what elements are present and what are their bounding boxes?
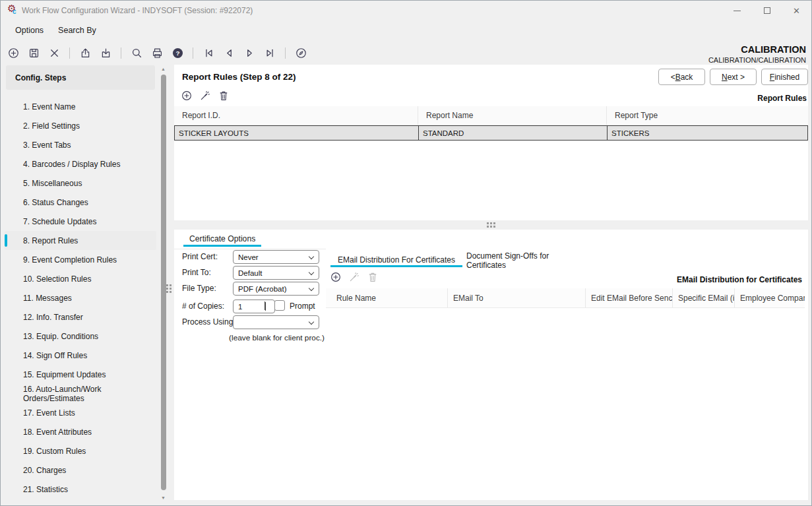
chevron-down-icon (309, 270, 314, 275)
page-title: Report Rules (Step 8 of 22) (182, 72, 296, 82)
print-to-label: Print To: (182, 268, 211, 277)
column-header-email-to: EMail To (447, 288, 585, 307)
toolbar-separator (121, 47, 121, 59)
process-using-note: (leave blank for client proc.) (174, 333, 325, 342)
search-icon[interactable] (130, 46, 143, 59)
copies-label: # of Copies: (182, 301, 224, 311)
finished-button[interactable]: Finished (761, 69, 808, 85)
window-title: Work Flow Configuration Wizard - INDYSOF… (22, 1, 253, 20)
sidebar-item-equip-conditions[interactable]: 13. Equip. Conditions (5, 327, 156, 346)
email-toolbar (329, 270, 379, 283)
next-button[interactable]: Next > (710, 69, 757, 85)
cell-report-name: STANDARD (418, 126, 607, 140)
app-window: ⚙ c Work Flow Configuration Wizard - IND… (0, 0, 812, 506)
sidebar-item-selection-rules[interactable]: 10. Selection Rules (5, 269, 156, 288)
sidebar-item-charges[interactable]: 20. Charges (5, 460, 156, 480)
chevron-down-icon (309, 286, 314, 291)
print-icon[interactable] (150, 46, 164, 59)
main-toolbar (1, 42, 307, 64)
splitter-grip (487, 222, 495, 228)
app-logo-icon: ⚙ c (7, 5, 19, 16)
column-header-employee-company: Employee Compan (734, 288, 805, 307)
column-header-specific-email: Specific EMail (if (672, 288, 734, 307)
add-icon[interactable] (7, 46, 20, 59)
column-header-edit-email: Edit EMail Before Senc (585, 288, 672, 307)
sidebar-item-field-settings[interactable]: 2. Field Settings (5, 116, 156, 135)
nav-last-icon[interactable] (263, 46, 276, 59)
chevron-down-icon (309, 254, 314, 259)
sidebar-item-status-changes[interactable]: 6. Status Changes (5, 193, 156, 212)
scroll-up-icon[interactable]: ▲ (159, 65, 168, 73)
vertical-splitter-grip[interactable] (166, 284, 172, 293)
sidebar-item-sign-off-rules[interactable]: 14. Sign Off Rules (5, 346, 156, 365)
sidebar-item-barcodes-display-rules[interactable]: 4. Barcodes / Display Rules (5, 154, 156, 174)
wizard-buttons: < Back Next > Finished (658, 69, 808, 85)
sidebar-item-miscellaneous[interactable]: 5. Miscellaneous (5, 174, 156, 193)
chevron-down-icon (309, 319, 314, 325)
horizontal-splitter[interactable] (174, 220, 808, 230)
add-icon[interactable] (180, 89, 193, 102)
report-rules-table-header: Report I.D. Report Name Report Type (174, 106, 808, 125)
menu-bar: Options Search By (1, 20, 811, 40)
edit-wand-icon[interactable] (199, 89, 211, 102)
menu-options[interactable]: Options (15, 26, 44, 35)
export-icon[interactable] (78, 46, 92, 59)
cell-report-type: STICKERS (607, 126, 807, 140)
email-panel-label: EMail Distribution for Certificates (677, 275, 802, 284)
copies-stepper[interactable]: 1 (233, 300, 275, 313)
scrollbar-thumb[interactable] (161, 75, 166, 490)
close-button[interactable]: ✕ (782, 1, 811, 20)
toolbar-separator (193, 47, 193, 59)
menu-search-by[interactable]: Search By (58, 26, 96, 35)
sidebar-item-auto-launch[interactable]: 16. Auto-Launch/Work Orders/Estimates (5, 384, 156, 403)
process-using-select[interactable] (233, 315, 319, 329)
nav-first-icon[interactable] (202, 46, 215, 59)
process-using-label: Process Using: (182, 317, 235, 327)
nav-previous-icon[interactable] (222, 46, 235, 59)
maximize-button[interactable] (752, 1, 782, 20)
save-icon[interactable] (27, 46, 40, 59)
sidebar-header: Config. Steps (6, 65, 155, 90)
nav-next-icon[interactable] (243, 46, 256, 59)
trash-icon[interactable] (217, 89, 230, 102)
sidebar-item-event-lists[interactable]: 17. Event Lists (5, 403, 156, 422)
print-cert-select[interactable]: Never (233, 250, 319, 264)
compass-icon[interactable] (294, 46, 307, 59)
trash-icon[interactable] (366, 270, 379, 283)
minimize-button[interactable] (722, 1, 752, 20)
sidebar-item-schedule-updates[interactable]: 7. Schedule Updates (5, 212, 156, 231)
prompt-checkbox[interactable] (274, 300, 285, 311)
sidebar-item-custom-rules[interactable]: 19. Custom Rules (5, 441, 156, 460)
sidebar-item-messages[interactable]: 11. Messages (5, 288, 156, 307)
file-type-select[interactable]: PDF (Acrobat) (233, 282, 319, 296)
tab-document-sign-offs[interactable]: Document Sign-Offs for Certificates (466, 254, 588, 267)
email-table-header: Rule Name EMail To Edit EMail Before Sen… (326, 288, 805, 308)
scroll-down-icon[interactable]: ▼ (159, 494, 168, 502)
sidebar-item-info-transfer[interactable]: 12. Info. Transfer (5, 307, 156, 327)
help-icon[interactable] (171, 46, 184, 59)
sidebar-item-event-completion-rules[interactable]: 9. Event Completion Rules (5, 250, 156, 269)
sidebar-item-event-attributes[interactable]: 18. Event Attributes (5, 422, 156, 441)
back-button[interactable]: < Back (658, 69, 705, 85)
sidebar-item-event-name[interactable]: 1. Event Name (5, 97, 156, 116)
sidebar-scrollbar: ▲ ▼ (159, 65, 168, 502)
print-cert-label: Print Cert: (182, 252, 218, 261)
edit-wand-icon[interactable] (348, 270, 360, 283)
tab-certificate-options[interactable]: Certificate Options (183, 233, 261, 247)
import-icon[interactable] (99, 46, 112, 59)
tab-email-distribution[interactable]: EMail Distribution For Certificates (330, 254, 462, 267)
context-title: CALIBRATION (708, 44, 806, 55)
sidebar-item-event-tabs[interactable]: 3. Event Tabs (5, 135, 156, 154)
sidebar-item-statistics[interactable]: 21. Statistics (5, 480, 156, 499)
window-controls: ✕ (722, 1, 811, 20)
delete-icon[interactable] (47, 46, 61, 59)
column-header-report-name: Report Name (418, 106, 606, 125)
stepper-arrows-icon[interactable] (265, 302, 270, 310)
column-header-report-id: Report I.D. (174, 106, 418, 125)
sidebar-item-equipment-updates[interactable]: 15. Equipment Updates (5, 365, 156, 384)
sidebar-item-report-rules[interactable]: 8. Report Rules (5, 231, 156, 250)
cell-report-id: STICKER LAYOUTS (175, 126, 418, 140)
print-to-select[interactable]: Default (233, 266, 319, 280)
table-row[interactable]: STICKER LAYOUTS STANDARD STICKERS (174, 125, 808, 141)
add-icon[interactable] (329, 270, 342, 283)
